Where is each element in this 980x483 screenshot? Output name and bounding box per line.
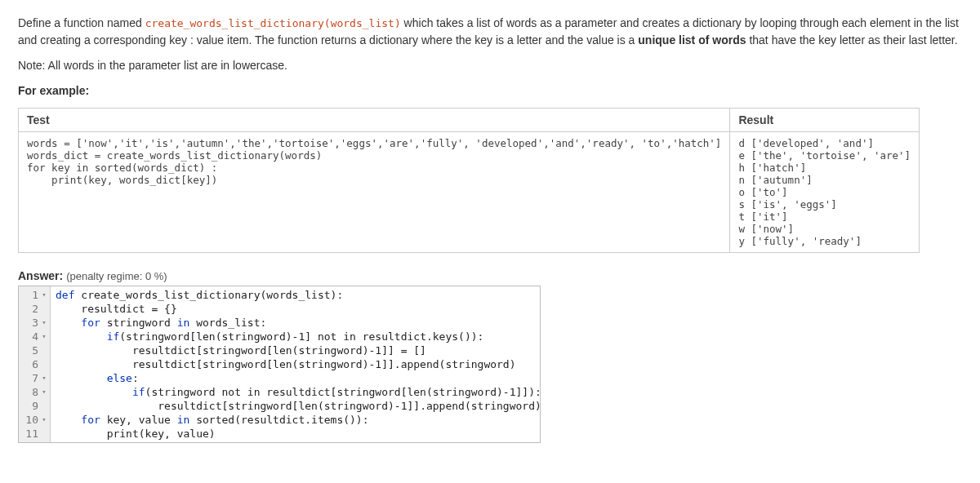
code-editor[interactable]: 1▾23▾4▾567▾8▾910▾11 def create_words_lis… (18, 286, 541, 443)
code-line[interactable]: resultdict = {} (56, 302, 541, 316)
para1-bold: unique list of words (638, 33, 746, 47)
code-line[interactable]: if(stringword not in resultdict[stringwo… (56, 385, 541, 399)
table-row: words = ['now','it','is','autumn','the',… (19, 132, 920, 253)
fold-toggle-icon[interactable]: ▾ (40, 371, 48, 385)
gutter-line: 4▾ (19, 330, 50, 343)
line-number: 4 (24, 330, 38, 343)
code-line[interactable]: resultdict[stringword[len(stringword)-1]… (56, 399, 541, 413)
code-line[interactable]: for stringword in words_list: (56, 316, 541, 330)
inline-code: create_words_list_dictionary(words_list) (145, 17, 401, 29)
line-number: 1 (24, 288, 38, 302)
header-test: Test (19, 109, 730, 132)
gutter-line: 3▾ (19, 316, 50, 330)
cell-test: words = ['now','it','is','autumn','the',… (19, 132, 730, 253)
answer-header: Answer: (penalty regime: 0 %) (18, 269, 962, 282)
fold-toggle-icon[interactable]: ▾ (40, 413, 48, 427)
code-line[interactable]: resultdict[stringword[len(stringword)-1]… (56, 357, 541, 371)
line-number: 11 (24, 427, 38, 441)
line-number: 7 (24, 371, 38, 385)
code-line[interactable]: print(key, value) (56, 427, 541, 441)
line-number: 2 (24, 302, 38, 316)
gutter-line: 2 (19, 302, 50, 316)
line-number: 9 (24, 399, 38, 413)
code-line[interactable]: def create_words_list_dictionary(words_l… (56, 288, 541, 302)
line-number: 10 (24, 413, 38, 427)
line-number: 8 (24, 385, 38, 399)
fold-toggle-icon[interactable]: ▾ (40, 385, 48, 399)
para1-tail: that have the key letter as their last l… (746, 33, 958, 47)
gutter-line: 9 (19, 399, 50, 413)
line-number: 6 (24, 357, 38, 371)
gutter-line: 5 (19, 343, 50, 357)
gutter-line: 10▾ (19, 413, 50, 427)
gutter-line: 7▾ (19, 371, 50, 385)
line-number: 5 (24, 343, 38, 357)
para1-pre: Define a function named (18, 16, 145, 29)
code-line[interactable]: if(stringword[len(stringword)-1] not in … (56, 330, 541, 343)
penalty-label: (penalty regime: 0 %) (66, 270, 167, 282)
table-header-row: Test Result (19, 109, 920, 132)
for-example-label: For example: (18, 82, 962, 100)
gutter-line: 11 (19, 427, 50, 441)
question-para-2: Note: All words in the parameter list ar… (18, 57, 962, 74)
example-table: Test Result words = ['now','it','is','au… (18, 108, 920, 253)
cell-result: d ['developed', 'and'] e ['the', 'tortoi… (730, 132, 920, 253)
question-block: Define a function named create_words_lis… (18, 15, 962, 100)
header-result: Result (730, 109, 920, 132)
code-line[interactable]: for key, value in sorted(resultdict.item… (56, 413, 541, 427)
editor-gutter: 1▾23▾4▾567▾8▾910▾11 (19, 286, 51, 442)
gutter-line: 8▾ (19, 385, 50, 399)
code-line[interactable]: else: (56, 371, 541, 385)
line-number: 3 (24, 316, 38, 330)
fold-toggle-icon[interactable]: ▾ (40, 288, 48, 302)
editor-code-area[interactable]: def create_words_list_dictionary(words_l… (51, 286, 546, 442)
gutter-line: 6 (19, 357, 50, 371)
fold-toggle-icon[interactable]: ▾ (40, 316, 48, 330)
gutter-line: 1▾ (19, 288, 50, 302)
code-line[interactable]: resultdict[stringword[len(stringword)-1]… (56, 343, 541, 357)
answer-label: Answer: (18, 269, 63, 282)
question-para-1: Define a function named create_words_lis… (18, 15, 962, 49)
fold-toggle-icon[interactable]: ▾ (40, 330, 48, 343)
